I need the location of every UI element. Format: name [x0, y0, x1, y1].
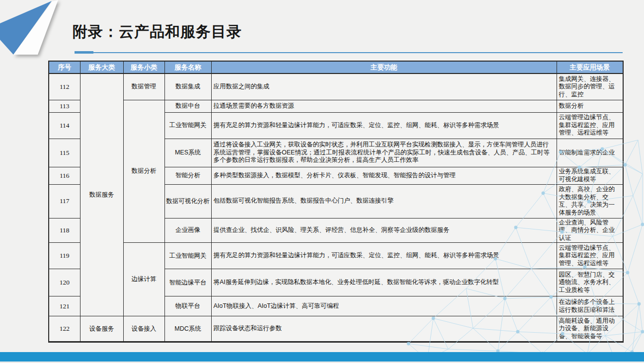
cell-service-name: 数据可视化分析 [164, 184, 211, 218]
cell-serial: 120 [49, 269, 80, 296]
cell-serial: 117 [49, 184, 80, 218]
cell-serial: 113 [49, 100, 80, 112]
cell-function: 跟踪设备状态和运行参数 [211, 316, 557, 342]
cell-serial: 115 [49, 139, 80, 167]
cell-function: 多种类型数据源接入，数据模型、分析卡片、仪表板、智能发现、智能报告的设计与管理 [211, 167, 557, 184]
cell-service-name: 工业智能网关 [164, 112, 211, 139]
cell-service-name: MES系统 [164, 139, 211, 167]
title-underline-accent [75, 51, 93, 54]
cell-service-name: 工业智能网关 [164, 243, 211, 269]
cell-scenario: 企业查询、风险管理、商情分析、企业认证 [557, 218, 623, 243]
table-row: 119 边缘计算 工业智能网关 拥有充足的算力资源和轻量边缘计算能力，可适应数采… [49, 243, 623, 269]
cell-subcategory: 边缘计算 [123, 243, 164, 316]
table-row: 113 数据分析 数据中台 拉通场景需要的各方数据资源 数据分析 [49, 100, 623, 112]
cell-serial: 118 [49, 218, 80, 243]
cell-subcategory: 数据分析 [123, 100, 164, 243]
cell-service-name: 数据中台 [164, 100, 211, 112]
header-function: 主要功能 [211, 61, 557, 73]
cell-scenario: 集成网关、连接器、数据同步的管理、运行、监控 [557, 73, 623, 100]
title-underline [93, 52, 623, 53]
header-service-name: 服务名称 [164, 61, 211, 73]
header-category: 服务大类 [80, 61, 123, 73]
slide: 附录：云产品和服务目录 序号 服务大类 服务小类 服务名称 主要功能 主要应用场… [0, 0, 644, 363]
cell-service-name: MDC系统 [164, 316, 211, 342]
cell-scenario: 智能制造需求的企业 [557, 139, 623, 167]
cell-scenario: 云端管理边缘节点、集群远程监控、应用管理、远程运维等 [557, 243, 623, 269]
bottom-accent-bar [0, 352, 644, 362]
cell-function: 提供查企业、找优企、识风险、理关系、评经营、信息补全、洞察等企业级的数据服务 [211, 218, 557, 243]
cell-serial: 116 [49, 167, 80, 184]
cell-scenario: 园区、智慧门店、交通物流、水务水利、工业质检等 [557, 269, 623, 296]
cell-scenario: 云端管理边缘节点、集群远程监控、应用管理、远程运维等 [557, 112, 623, 139]
header-scenario: 主要应用场景 [557, 61, 623, 73]
cell-scenario: 高能耗设备、通用动力设备、新能源设备、智能装备等 [557, 316, 623, 342]
cell-scenario: 数据分析 [557, 100, 623, 112]
cell-service-name: 智能边缘平台 [164, 269, 211, 296]
cell-scenario: 政府、高校、企业的大数据集分析、交互、共享、决策为一体服务的场景 [557, 184, 623, 218]
cell-service-name: 智能分析 [164, 167, 211, 184]
cell-subcategory: 设备接入 [123, 316, 164, 342]
cell-service-name: 企业画像 [164, 218, 211, 243]
cell-function: 包括数据可视化智能报告系统、数据报告中心门户、数据连接引擎 [211, 184, 557, 218]
corner-triangle-decoration [0, 0, 65, 70]
cell-function: AIoT物联接入、AIoT边缘计算、高可靠可编程 [211, 296, 557, 316]
table-header-row: 序号 服务大类 服务小类 服务名称 主要功能 主要应用场景 [49, 61, 623, 73]
cell-function: 将AI服务延伸到边缘，实现隐私数据本地化、业务处理低时延、数据智能化等诉求，驱动… [211, 269, 557, 296]
cell-serial: 114 [49, 112, 80, 139]
cell-function: 拉通场景需要的各方数据资源 [211, 100, 557, 112]
cell-serial: 121 [49, 296, 80, 316]
table-row: 112 数据服务 数据管理 数据集成 应用数据之间的集成 集成网关、连接器、数据… [49, 73, 623, 100]
cell-function: 拥有充足的算力资源和轻量边缘计算能力，可适应数采、定位、监控、组网、能耗、标识等… [211, 112, 557, 139]
cell-serial: 112 [49, 73, 80, 100]
cell-subcategory: 数据管理 [123, 73, 164, 100]
cell-category: 设备服务 [80, 316, 123, 342]
cell-scenario: 在边缘的多个设备上运行数据压缩和算法 [557, 296, 623, 316]
cell-serial: 122 [49, 316, 80, 342]
cell-function: 应用数据之间的集成 [211, 73, 557, 100]
cell-serial: 119 [49, 243, 80, 269]
cloud-service-catalog-table: 序号 服务大类 服务小类 服务名称 主要功能 主要应用场景 112 数据服务 数… [48, 61, 624, 343]
cell-service-name: 数据集成 [164, 73, 211, 100]
page-title: 附录：云产品和服务目录 [73, 22, 242, 42]
table-row: 122 设备服务 设备接入 MDC系统 跟踪设备状态和运行参数 高能耗设备、通用… [49, 316, 623, 342]
cell-function: 拥有充足的算力资源和轻量边缘计算能力，可适应数采、定位、监控、组网、能耗、标识等… [211, 243, 557, 269]
cell-category: 数据服务 [80, 73, 123, 316]
header-subcategory: 服务小类 [123, 61, 164, 73]
cell-service-name: 物联平台 [164, 296, 211, 316]
cell-function: 通过将设备接入工业网关，获取设备的实时状态，并利用工业互联网平台实现检测数据接入… [211, 139, 557, 167]
cell-scenario: 业务系统集成互联、可视化建模等 [557, 167, 623, 184]
